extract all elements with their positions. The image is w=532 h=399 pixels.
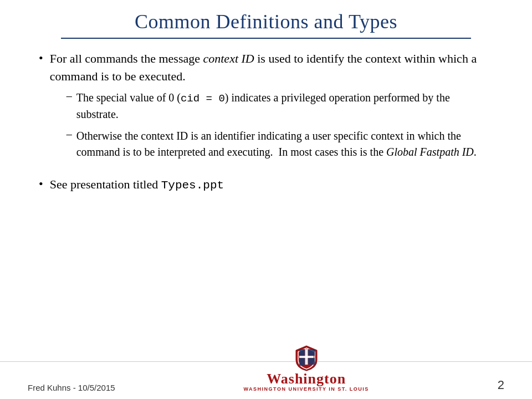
bullet-item-2: • See presentation titled Types.ppt xyxy=(39,176,493,194)
slide-title: Common Definitions and Types xyxy=(33,10,499,33)
svg-rect-4 xyxy=(299,358,305,366)
bullet-dot-1: • xyxy=(39,51,43,65)
sub-bullet-text-2: Otherwise the context ID is an identifie… xyxy=(76,128,493,160)
sub-bullet-dash-1: – xyxy=(66,90,72,103)
sub-bullet-dash-2: – xyxy=(66,128,72,141)
sub-bullets-1: – The special value of 0 (cid = 0) indic… xyxy=(50,90,493,161)
bullet-item-1: • For all commands the message context I… xyxy=(39,50,493,166)
code-cid: cid = 0 xyxy=(181,93,225,105)
washu-subtitle-text: WASHINGTON UNIVERSITY IN ST. LOUIS xyxy=(244,387,369,392)
footer-left: Fred Kuhns - 10/5/2015 xyxy=(28,383,115,392)
slide-header: Common Definitions and Types xyxy=(0,0,532,39)
bullet-text-content-1: For all commands the message context ID … xyxy=(50,52,477,83)
slide-footer: Fred Kuhns - 10/5/2015 xyxy=(0,361,532,399)
sub-bullet-text-1: The special value of 0 (cid = 0) indicat… xyxy=(76,90,493,123)
footer-page-number: 2 xyxy=(498,378,504,392)
sub-bullet-item-1: – The special value of 0 (cid = 0) indic… xyxy=(50,90,493,123)
sub-bullet-item-2: – Otherwise the context ID is an identif… xyxy=(50,128,493,160)
slide: Common Definitions and Types • For all c… xyxy=(0,0,532,399)
washu-shield-icon xyxy=(295,345,318,371)
svg-rect-2 xyxy=(299,349,305,356)
bullet-dot-2: • xyxy=(39,177,43,191)
italic-global-fastpath: Global Fastpath ID xyxy=(386,146,474,158)
italic-context-id: context ID xyxy=(203,52,254,65)
svg-rect-1 xyxy=(305,349,308,365)
washu-name-text: Washington xyxy=(267,371,346,387)
svg-rect-5 xyxy=(308,358,315,365)
code-types-ppt: Types.ppt xyxy=(161,179,224,192)
footer-center: Washington WASHINGTON UNIVERSITY IN ST. … xyxy=(244,345,369,392)
washu-logo: Washington WASHINGTON UNIVERSITY IN ST. … xyxy=(244,345,369,392)
bullet-text-1: For all commands the message context ID … xyxy=(50,50,493,166)
svg-rect-3 xyxy=(308,349,315,356)
bullet-text-content-2: See presentation titled Types.ppt xyxy=(50,176,224,194)
slide-content: • For all commands the message context I… xyxy=(0,39,532,361)
footer-author-date: Fred Kuhns - 10/5/2015 xyxy=(28,383,115,392)
